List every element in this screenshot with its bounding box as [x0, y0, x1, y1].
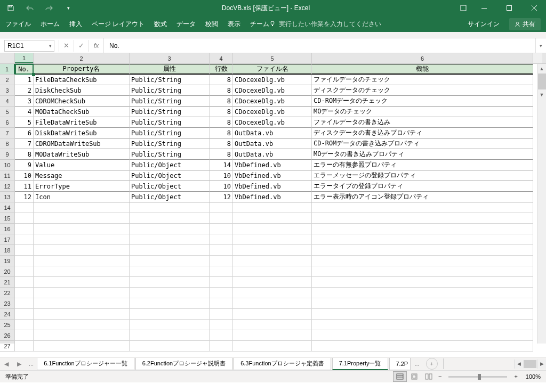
empty-cell[interactable] [210, 288, 233, 298]
data-cell[interactable]: VbDefined.vb [233, 192, 312, 202]
data-cell[interactable]: FileDataWriteSub [34, 117, 130, 128]
data-cell[interactable]: 8 [210, 138, 233, 149]
data-cell[interactable]: 11 [15, 181, 34, 192]
horizontal-scrollbar[interactable]: ◀ ▶ [514, 360, 546, 369]
empty-cell[interactable] [312, 266, 533, 277]
data-cell[interactable]: エラーメッセージの登録プロパティ [312, 170, 533, 181]
empty-cell[interactable] [130, 202, 210, 213]
empty-cell[interactable] [130, 341, 210, 352]
data-cell[interactable]: 10 [210, 170, 233, 181]
empty-cell[interactable] [312, 234, 533, 245]
empty-cell[interactable] [233, 256, 312, 266]
empty-cell[interactable] [312, 288, 533, 298]
row-header-2[interactable]: 2 [0, 75, 15, 85]
empty-cell[interactable] [233, 277, 312, 288]
empty-cell[interactable] [130, 213, 210, 224]
empty-cell[interactable] [15, 309, 34, 320]
insert-function-button[interactable]: fx [89, 40, 103, 52]
column-header-6[interactable]: 6 [312, 53, 533, 63]
row-header-8[interactable]: 8 [0, 138, 15, 149]
empty-cell[interactable] [233, 213, 312, 224]
row-header-4[interactable]: 4 [0, 96, 15, 107]
empty-cell[interactable] [34, 256, 130, 266]
enter-formula-button[interactable]: ✓ [74, 40, 89, 52]
data-cell[interactable]: 8 [210, 75, 233, 85]
page-break-view-button[interactable] [422, 371, 436, 382]
empty-cell[interactable] [130, 320, 210, 330]
empty-cell[interactable] [15, 202, 34, 213]
empty-cell[interactable] [233, 298, 312, 309]
data-cell[interactable]: Icon [34, 192, 130, 202]
empty-cell[interactable] [130, 256, 210, 266]
empty-cell[interactable] [15, 234, 34, 245]
data-cell[interactable]: CDocexeDlg.vb [233, 75, 312, 85]
empty-cell[interactable] [312, 341, 533, 352]
close-button[interactable] [522, 0, 546, 16]
column-header-1[interactable]: 1 [15, 53, 34, 63]
empty-cell[interactable] [312, 213, 533, 224]
row-header-22[interactable]: 22 [0, 288, 15, 298]
empty-cell[interactable] [210, 298, 233, 309]
data-cell[interactable]: 4 [15, 107, 34, 117]
maximize-button[interactable] [497, 0, 521, 16]
empty-cell[interactable] [233, 288, 312, 298]
empty-cell[interactable] [210, 202, 233, 213]
data-cell[interactable]: CDROMCheckSub [34, 96, 130, 107]
data-cell[interactable]: 8 [210, 117, 233, 128]
sheet-tab-2[interactable]: 6.3Functionプロシージャ定義書 [234, 358, 331, 370]
empty-cell[interactable] [34, 202, 130, 213]
empty-cell[interactable] [233, 266, 312, 277]
data-cell[interactable]: Public/String [130, 107, 210, 117]
data-cell[interactable]: OutData.vb [233, 138, 312, 149]
empty-cell[interactable] [312, 277, 533, 288]
empty-cell[interactable] [130, 245, 210, 256]
fill-handle[interactable] [32, 73, 35, 76]
row-header-3[interactable]: 3 [0, 85, 15, 96]
column-header-3[interactable]: 3 [130, 53, 210, 63]
empty-cell[interactable] [210, 266, 233, 277]
data-cell[interactable]: MOデータのチェック [312, 107, 533, 117]
scroll-left-button[interactable]: ◀ [514, 360, 523, 369]
row-header-6[interactable]: 6 [0, 117, 15, 128]
data-cell[interactable]: Public/Object [130, 192, 210, 202]
empty-cell[interactable] [130, 298, 210, 309]
column-header-2[interactable]: 2 [34, 53, 130, 63]
data-cell[interactable]: MODataCheckSub [34, 107, 130, 117]
row-header-16[interactable]: 16 [0, 224, 15, 234]
empty-cell[interactable] [312, 320, 533, 330]
data-cell[interactable]: OutData.vb [233, 128, 312, 138]
header-cell[interactable]: Property名 [34, 64, 130, 75]
sheet-tab-0[interactable]: 6.1Functionプロシージャー一覧 [37, 358, 134, 370]
page-layout-view-button[interactable] [407, 371, 421, 382]
data-cell[interactable]: 8 [210, 96, 233, 107]
data-cell[interactable]: CDocexeDlg.vb [233, 96, 312, 107]
empty-cell[interactable] [210, 320, 233, 330]
cells-area[interactable]: No.Property名属性行数ファイル名機能1FileDataCheckSub… [15, 64, 546, 344]
empty-cell[interactable] [34, 213, 130, 224]
data-cell[interactable]: Public/String [130, 75, 210, 85]
scroll-up-button[interactable]: ▲ [537, 64, 546, 73]
empty-cell[interactable] [233, 202, 312, 213]
row-header-1[interactable]: 1 [0, 64, 15, 75]
sheet-tab-4[interactable]: 7.2P [389, 358, 411, 370]
data-cell[interactable]: Public/String [130, 85, 210, 96]
data-cell[interactable]: 8 [210, 107, 233, 117]
empty-cell[interactable] [15, 298, 34, 309]
data-cell[interactable]: OutData.vb [233, 149, 312, 160]
ribbon-tab-7[interactable]: 表示 [228, 17, 240, 32]
data-cell[interactable]: CDocexeDlg.vb [233, 85, 312, 96]
header-cell[interactable]: No. [15, 64, 34, 75]
data-cell[interactable]: ファイルデータの書き込み [312, 117, 533, 128]
row-header-17[interactable]: 17 [0, 234, 15, 245]
zoom-slider[interactable] [448, 376, 507, 378]
empty-cell[interactable] [210, 224, 233, 234]
empty-cell[interactable] [34, 234, 130, 245]
data-cell[interactable]: Public/String [130, 117, 210, 128]
column-header-5[interactable]: 5 [233, 53, 312, 63]
data-cell[interactable]: 14 [210, 160, 233, 170]
empty-cell[interactable] [210, 245, 233, 256]
cancel-formula-button[interactable]: ✕ [59, 40, 74, 52]
empty-cell[interactable] [233, 224, 312, 234]
data-cell[interactable]: Message [34, 170, 130, 181]
empty-cell[interactable] [15, 266, 34, 277]
